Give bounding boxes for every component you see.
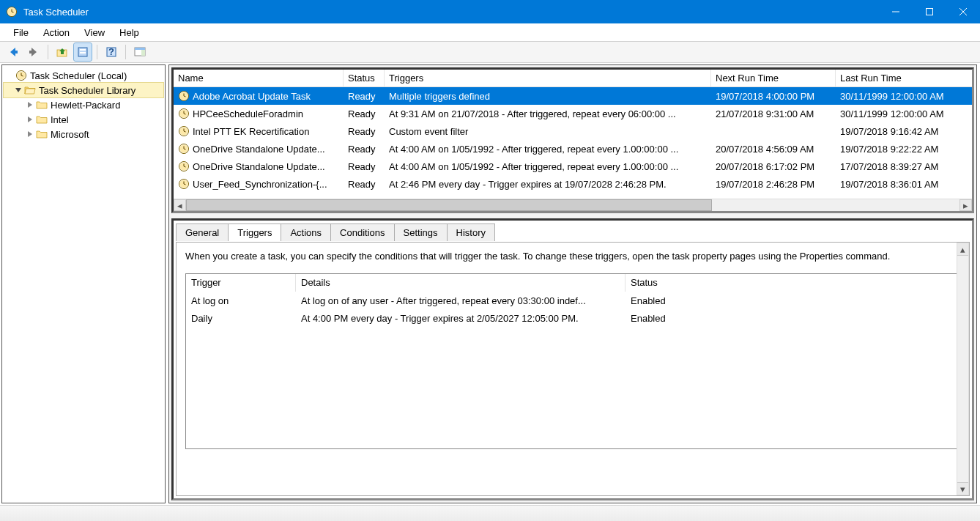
menu-help[interactable]: Help xyxy=(112,26,146,40)
menu-bar: File Action View Help xyxy=(0,23,980,41)
task-triggers: Custom event filter xyxy=(385,125,711,138)
properties-button[interactable] xyxy=(74,43,92,61)
tab-triggers[interactable]: Triggers xyxy=(228,223,281,241)
show-action-pane-button[interactable] xyxy=(131,43,149,61)
folder-icon xyxy=(36,99,48,111)
col-details[interactable]: Details xyxy=(296,274,626,292)
col-triggers[interactable]: Triggers xyxy=(385,70,711,86)
task-last-run: 30/11/1999 12:00:00 AM xyxy=(836,89,972,103)
task-triggers: At 4:00 AM on 1/05/1992 - After triggere… xyxy=(385,142,711,156)
task-next-run: 20/07/2018 4:56:09 AM xyxy=(711,142,836,156)
expand-toggle[interactable] xyxy=(26,115,34,124)
expand-toggle[interactable] xyxy=(26,130,34,138)
menu-action[interactable]: Action xyxy=(36,26,77,40)
task-last-run: 17/07/2018 8:39:27 AM xyxy=(836,160,972,174)
task-last-run: 19/07/2018 9:22:22 AM xyxy=(836,142,972,156)
task-status: Ready xyxy=(344,142,385,156)
tab-actions[interactable]: Actions xyxy=(281,223,331,241)
minimize-button[interactable] xyxy=(879,0,913,23)
task-name: OneDrive Standalone Update... xyxy=(193,144,325,155)
clock-icon xyxy=(15,70,27,81)
expand-toggle[interactable] xyxy=(14,86,23,95)
trigger-status: Enabled xyxy=(626,294,959,308)
toolbar xyxy=(0,41,980,63)
task-last-run: 19/07/2018 9:16:42 AM xyxy=(836,125,972,138)
task-name: User_Feed_Synchronization-{... xyxy=(193,179,327,190)
col-trigger-status[interactable]: Status xyxy=(626,274,959,292)
task-triggers: Multiple triggers defined xyxy=(385,89,711,103)
menu-view[interactable]: View xyxy=(77,26,112,40)
tree-panel[interactable]: Task Scheduler (Local) Task Scheduler Li… xyxy=(1,64,166,503)
task-last-run: 19/07/2018 8:36:01 AM xyxy=(836,177,972,191)
right-panel: Name Status Triggers Next Run Time Last … xyxy=(168,64,977,503)
forward-button[interactable] xyxy=(25,43,42,61)
up-button[interactable] xyxy=(53,43,71,61)
col-next[interactable]: Next Run Time xyxy=(711,70,836,86)
close-button[interactable] xyxy=(946,0,980,23)
task-row[interactable]: OneDrive Standalone Update...ReadyAt 4:0… xyxy=(174,140,972,158)
client-area: Task Scheduler (Local) Task Scheduler Li… xyxy=(0,63,980,505)
help-button[interactable] xyxy=(103,43,120,61)
trigger-name: Daily xyxy=(186,311,296,325)
folder-icon xyxy=(36,128,48,140)
scroll-thumb[interactable] xyxy=(186,199,712,211)
folder-open-icon xyxy=(24,84,36,96)
task-status: Ready xyxy=(344,89,385,103)
scroll-down-button[interactable]: ▾ xyxy=(957,482,968,495)
task-name: HPCeeScheduleForadmin xyxy=(193,108,303,119)
clock-icon xyxy=(178,178,190,190)
task-row[interactable]: Adobe Acrobat Update TaskReadyMultiple t… xyxy=(174,87,972,105)
tab-strip: General Triggers Actions Conditions Sett… xyxy=(174,221,972,240)
clock-icon xyxy=(178,143,190,155)
folder-icon xyxy=(36,114,48,125)
tree-item-hp[interactable]: Hewlett-Packard xyxy=(4,97,163,112)
tree-root[interactable]: Task Scheduler (Local) xyxy=(4,68,163,83)
tab-settings[interactable]: Settings xyxy=(394,223,448,241)
task-name: OneDrive Standalone Update... xyxy=(193,161,325,172)
tree-root-label: Task Scheduler (Local) xyxy=(30,70,127,81)
task-list[interactable]: Name Status Triggers Next Run Time Last … xyxy=(171,67,974,213)
task-name: Adobe Acrobat Update Task xyxy=(193,91,311,102)
col-name[interactable]: Name xyxy=(174,70,344,86)
triggers-table[interactable]: Trigger Details Status At log onAt log o… xyxy=(185,273,960,449)
trigger-row[interactable]: At log onAt log on of any user - After t… xyxy=(186,292,959,309)
tab-history[interactable]: History xyxy=(447,223,495,241)
col-trigger[interactable]: Trigger xyxy=(186,274,296,292)
task-row[interactable]: User_Feed_Synchronization-{...ReadyAt 2:… xyxy=(174,175,972,193)
task-row[interactable]: Intel PTT EK RecertificationReadyCustom … xyxy=(174,122,972,140)
status-bar xyxy=(0,505,980,521)
scroll-right-button[interactable]: ▸ xyxy=(959,199,972,211)
expand-toggle[interactable] xyxy=(26,100,34,109)
task-next-run: 19/07/2018 4:00:00 PM xyxy=(711,89,836,103)
menu-file[interactable]: File xyxy=(6,26,36,40)
task-next-run: 19/07/2018 2:46:28 PM xyxy=(711,177,836,191)
task-status: Ready xyxy=(344,107,385,121)
scroll-left-button[interactable]: ◂ xyxy=(174,199,186,211)
col-last[interactable]: Last Run Time xyxy=(836,70,972,86)
maximize-button[interactable] xyxy=(913,0,946,23)
tree-item-intel[interactable]: Intel xyxy=(4,112,163,127)
task-triggers: At 4:00 AM on 1/05/1992 - After triggere… xyxy=(385,160,711,174)
trigger-details: At log on of any user - After triggered,… xyxy=(296,294,626,308)
tab-general[interactable]: General xyxy=(176,223,229,241)
task-last-run: 30/11/1999 12:00:00 AM xyxy=(836,107,972,121)
task-triggers: At 9:31 AM on 21/07/2018 - After trigger… xyxy=(385,107,711,121)
horizontal-scrollbar[interactable]: ◂ ▸ xyxy=(174,199,972,211)
task-next-run xyxy=(711,130,836,133)
task-row[interactable]: HPCeeScheduleForadminReadyAt 9:31 AM on … xyxy=(174,105,972,122)
task-next-run: 21/07/2018 9:31:00 AM xyxy=(711,107,836,121)
vertical-scrollbar[interactable]: ▴ ▾ xyxy=(957,243,969,495)
trigger-row[interactable]: DailyAt 4:00 PM every day - Trigger expi… xyxy=(186,309,959,327)
task-status: Ready xyxy=(344,177,385,191)
task-details: General Triggers Actions Conditions Sett… xyxy=(171,218,974,500)
trigger-name: At log on xyxy=(186,294,296,308)
scroll-up-button[interactable]: ▴ xyxy=(957,243,968,256)
task-row[interactable]: OneDrive Standalone Update...ReadyAt 4:0… xyxy=(174,158,972,175)
tree-item-microsoft[interactable]: Microsoft xyxy=(4,127,163,141)
tab-conditions[interactable]: Conditions xyxy=(330,223,394,241)
app-icon xyxy=(6,6,18,18)
back-button[interactable] xyxy=(4,43,22,61)
tab-page-triggers: When you create a task, you can specify … xyxy=(176,242,970,496)
col-status[interactable]: Status xyxy=(344,70,385,86)
tree-library[interactable]: Task Scheduler Library xyxy=(4,83,163,97)
